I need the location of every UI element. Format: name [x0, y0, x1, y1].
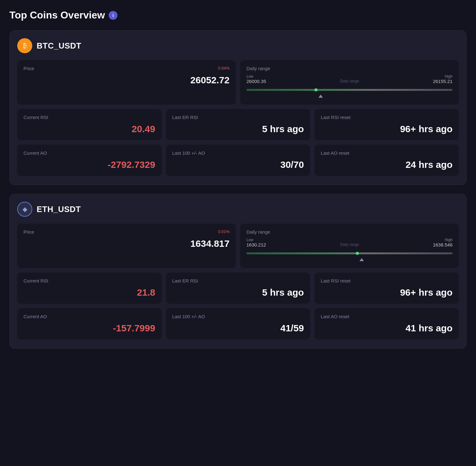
btc-range-arrow [318, 95, 323, 98]
eth-last-ao-reset-card: Last AO reset 41 hrs ago [314, 308, 459, 339]
eth-range-track [246, 252, 453, 254]
eth-current-rsi-value: 21.8 [23, 287, 155, 298]
btc-last-rsi-reset-card: Last RSI reset 96+ hrs ago [314, 109, 459, 140]
btc-high-value: 26155.21 [433, 79, 453, 84]
eth-price-value: 1634.817 [23, 238, 230, 249]
btc-last-100-ao-label: Last 100 +/- AO [172, 150, 304, 156]
btc-low-value: 26000.35 [246, 79, 266, 84]
btc-last-rsi-reset-value: 96+ hrs ago [321, 124, 453, 134]
eth-header: ◆ ETH_USDT [17, 202, 459, 217]
btc-header: ₿ BTC_USDT [17, 38, 459, 53]
btc-last-ao-reset-card: Last AO reset 24 hrs ago [314, 145, 459, 176]
btc-icon: ₿ [17, 38, 32, 53]
eth-range-arrow [360, 258, 364, 261]
btc-current-ao-label: Current AO [23, 150, 155, 156]
btc-price-card: Price 0.04% 26052.72 [17, 60, 236, 105]
page-title: Top Coins Overview [9, 9, 105, 21]
eth-last-ao-reset-value: 41 hrs ago [321, 323, 453, 334]
btc-daily-range-card: Daily range Low 26000.35 Daily range Hig… [240, 60, 459, 105]
eth-low-label: Low [246, 238, 266, 242]
btc-current-rsi-card: Current RSI 20.49 [17, 109, 162, 140]
eth-price-label: Price [23, 229, 34, 235]
eth-last-rsi-reset-label: Last RSI reset [321, 278, 453, 283]
eth-daily-range-label: Daily range [246, 229, 453, 235]
eth-low-value: 1630.212 [246, 242, 266, 247]
btc-current-ao-card: Current AO -2792.7329 [17, 145, 162, 176]
btc-last-er-rsi-label: Last ER RSI [172, 115, 304, 120]
eth-last-100-ao-label: Last 100 +/- AO [172, 314, 304, 319]
btc-range-track [246, 89, 453, 91]
eth-last-rsi-reset-value: 96+ hrs ago [321, 287, 453, 298]
eth-daily-range-card: Daily range Low 1630.212 Daily range Hig… [240, 224, 459, 268]
btc-last-ao-reset-value: 24 hrs ago [321, 159, 453, 170]
eth-current-ao-card: Current AO -157.7999 [17, 308, 162, 339]
btc-symbol: BTC_USDT [37, 41, 81, 51]
btc-low-label: Low [246, 74, 266, 79]
eth-price-change: 0.01% [218, 229, 230, 234]
btc-current-rsi-label: Current RSI [23, 115, 155, 120]
info-icon[interactable]: i [109, 11, 117, 20]
btc-price-value: 26052.72 [23, 75, 230, 85]
eth-last-100-ao-value: 41/59 [172, 323, 304, 334]
eth-icon: ◆ [17, 202, 32, 217]
btc-daily-range-label: Daily range [246, 66, 453, 71]
eth-last-er-rsi-label: Last ER RSI [172, 278, 304, 283]
btc-last-100-ao-card: Last 100 +/- AO 30/70 [166, 145, 310, 176]
page-header: Top Coins Overview i [9, 9, 467, 21]
btc-card: ₿ BTC_USDT Price 0.04% 26052.72 Daily ra… [9, 30, 467, 185]
eth-card: ◆ ETH_USDT Price 0.01% 1634.817 Daily ra… [9, 194, 467, 349]
eth-current-ao-label: Current AO [23, 314, 155, 319]
btc-last-100-ao-value: 30/70 [172, 159, 304, 170]
btc-last-ao-reset-label: Last AO reset [321, 150, 453, 156]
eth-symbol: ETH_USDT [37, 205, 81, 214]
eth-high-label: High [433, 238, 453, 242]
btc-range-dot [314, 88, 318, 91]
eth-last-ao-reset-label: Last AO reset [321, 314, 453, 319]
eth-range-center-label: Daily range [340, 242, 359, 247]
eth-high-value: 1638.546 [433, 242, 453, 247]
eth-last-er-rsi-card: Last ER RSI 5 hrs ago [166, 272, 310, 304]
eth-current-rsi-label: Current RSI [23, 278, 155, 283]
btc-last-er-rsi-card: Last ER RSI 5 hrs ago [166, 109, 310, 140]
btc-last-rsi-reset-label: Last RSI reset [321, 115, 453, 120]
eth-current-ao-value: -157.7999 [23, 323, 155, 334]
btc-price-label: Price [23, 66, 34, 71]
btc-range-center-label: Daily range [340, 79, 359, 84]
btc-last-er-rsi-value: 5 hrs ago [172, 124, 304, 134]
btc-current-rsi-value: 20.49 [23, 124, 155, 134]
btc-high-label: High [433, 74, 453, 79]
eth-current-rsi-card: Current RSI 21.8 [17, 272, 162, 304]
btc-price-change: 0.04% [218, 66, 230, 70]
btc-current-ao-value: -2792.7329 [23, 159, 155, 170]
eth-last-er-rsi-value: 5 hrs ago [172, 287, 304, 298]
eth-last-rsi-reset-card: Last RSI reset 96+ hrs ago [314, 272, 459, 304]
eth-last-100-ao-card: Last 100 +/- AO 41/59 [166, 308, 310, 339]
eth-range-dot [356, 252, 359, 255]
eth-price-card: Price 0.01% 1634.817 [17, 224, 236, 268]
